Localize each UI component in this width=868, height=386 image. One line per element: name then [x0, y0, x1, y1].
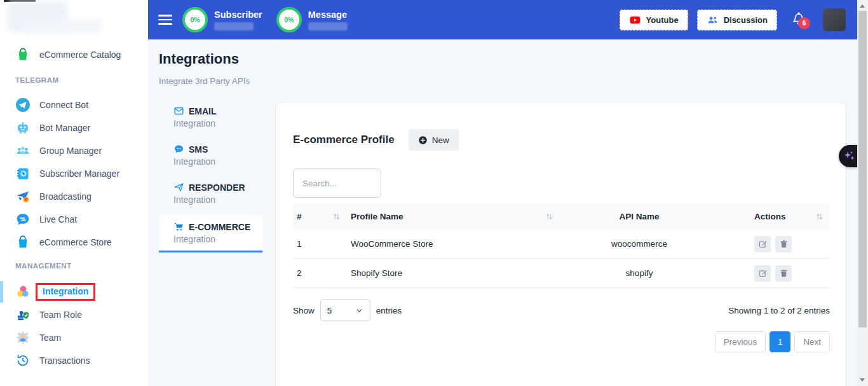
sidebar-item-integration[interactable]: Integration	[0, 280, 148, 303]
sort-icon[interactable]	[545, 212, 553, 221]
annotation-highlight-box: Integration	[36, 283, 95, 301]
table-header-row: # Profile Name API Name Actions	[293, 203, 830, 230]
sidebar-item-label: Team Role	[39, 310, 82, 320]
tab-title: RESPONDER	[189, 183, 245, 193]
tab-subtitle: Integration	[173, 234, 262, 244]
sidebar-item-label: Bot Manager	[39, 123, 90, 133]
sidebar-item-bot-manager[interactable]: Bot Manager	[0, 116, 148, 139]
vertical-scrollbar[interactable]	[857, 0, 868, 386]
sidebar-item-label: Group Manager	[39, 146, 102, 156]
row-number: 1	[293, 239, 347, 249]
tab-title: E-COMMERCE	[189, 222, 250, 232]
chevron-down-icon	[355, 307, 363, 315]
active-item-indicator	[0, 281, 3, 303]
sidebar-item-ecommerce-store[interactable]: eCommerce Store	[0, 231, 148, 254]
tab-ecommerce-integration[interactable]: E-COMMERCE Integration	[159, 215, 262, 252]
trash-icon	[779, 239, 789, 249]
column-header-num[interactable]: #	[297, 212, 302, 221]
chat-bubble-icon	[15, 212, 31, 227]
history-clock-icon	[15, 353, 31, 368]
shopping-cart-icon	[173, 221, 184, 232]
pagination: Previous 1 Next	[293, 331, 830, 352]
sidebar-item-connect-bot[interactable]: Connect Bot	[0, 93, 148, 116]
new-profile-button[interactable]: New	[409, 129, 459, 151]
tab-subtitle: Integration	[173, 156, 262, 167]
sidebar-item-label: Live Chat	[39, 214, 77, 224]
pagination-previous-button[interactable]: Previous	[715, 331, 766, 352]
column-header-profile-name[interactable]: Profile Name	[351, 212, 403, 221]
tab-title: EMAIL	[189, 106, 217, 116]
sidebar-item-label: Connect Bot	[39, 100, 88, 110]
table-summary: Showing 1 to 2 of 2 entries	[728, 306, 830, 315]
ecommerce-profile-card: E-commerce Profile New # Profile Name	[275, 102, 846, 386]
team-gear-icon	[15, 330, 31, 345]
telegram-plane-icon	[15, 97, 31, 113]
tab-subtitle: Integration	[173, 118, 262, 128]
sort-icon[interactable]	[815, 212, 824, 221]
user-avatar[interactable]	[823, 8, 846, 31]
sidebar-item-team[interactable]: Team	[0, 326, 148, 349]
table-row: 1 WooCommerce Store woocommerce	[293, 230, 830, 259]
group-people-icon	[15, 143, 31, 158]
show-label: Show	[293, 306, 315, 315]
menu-toggle-icon[interactable]	[158, 15, 172, 25]
plus-circle-icon	[418, 135, 428, 145]
users-icon	[707, 14, 719, 26]
top-navbar: 0% Subscriber 0% Message Youtube Discuss…	[148, 0, 857, 39]
robot-icon	[15, 120, 31, 135]
sidebar-item-live-chat[interactable]: Live Chat	[0, 208, 148, 231]
search-input[interactable]	[293, 169, 381, 198]
tab-email-integration[interactable]: EMAIL Integration	[159, 100, 262, 134]
page-title: Integrations	[159, 51, 239, 67]
youtube-icon	[629, 14, 641, 26]
scroll-down-arrow-icon[interactable]	[860, 378, 865, 382]
delete-button[interactable]	[775, 265, 792, 282]
scrollbar-thumb[interactable]	[858, 11, 867, 327]
edit-button[interactable]	[754, 236, 771, 252]
pagination-next-button[interactable]: Next	[794, 331, 830, 352]
sidebar-item-subscriber-manager[interactable]: Subscriber Manager	[0, 162, 148, 185]
sidebar-item-transactions[interactable]: Transactions	[0, 349, 148, 372]
column-header-actions[interactable]: Actions	[754, 212, 786, 221]
sidebar-item-ecommerce-catalog[interactable]: eCommerce Catalog	[0, 43, 148, 66]
message-progress-ring: 0%	[276, 7, 302, 32]
tab-subtitle: Integration	[173, 195, 262, 205]
api-name-cell: woocommerce	[560, 239, 719, 249]
discussion-button[interactable]: Discussion	[697, 10, 777, 31]
sidebar-item-broadcasting[interactable]: Broadcasting	[0, 185, 148, 208]
sidebar-item-team-role[interactable]: Team Role	[0, 303, 148, 326]
message-stat-label: Message	[308, 10, 348, 20]
palette-circles-icon	[15, 284, 31, 300]
notifications-button[interactable]: 6	[791, 11, 808, 28]
tab-responder-integration[interactable]: RESPONDER Integration	[159, 177, 262, 210]
role-shield-icon	[15, 307, 31, 322]
trash-icon	[779, 268, 789, 278]
sidebar-section-management: MANAGEMENT	[0, 259, 148, 272]
youtube-button-label: Youtube	[646, 15, 679, 25]
entries-label: entries	[376, 306, 402, 315]
delete-button[interactable]	[775, 236, 792, 252]
sidebar: eCommerce Catalog TELEGRAM Connect Bot B…	[0, 0, 148, 386]
paper-plane-icon	[173, 182, 184, 193]
tab-sms-integration[interactable]: SMS Integration	[159, 139, 262, 172]
scroll-up-arrow-icon[interactable]	[860, 4, 865, 8]
youtube-button[interactable]: Youtube	[620, 10, 688, 31]
ai-assistant-fab[interactable]	[839, 145, 857, 167]
broadcast-plane-icon	[15, 189, 31, 204]
profile-name-cell: WooCommerce Store	[347, 239, 560, 249]
row-number: 2	[293, 268, 347, 278]
edit-button[interactable]	[754, 265, 771, 282]
column-header-api-name[interactable]: API Name	[619, 212, 659, 221]
sidebar-item-group-manager[interactable]: Group Manager	[0, 139, 148, 162]
sparkles-icon	[840, 149, 857, 163]
subscriber-stat-label: Subscriber	[214, 10, 262, 20]
edit-pencil-icon	[758, 268, 768, 278]
entries-per-page-select[interactable]: 5	[320, 300, 370, 321]
card-heading: E-commerce Profile	[293, 134, 395, 146]
sms-bubble-icon	[173, 144, 184, 155]
entries-per-page-value: 5	[327, 306, 332, 315]
shopping-bag-icon	[15, 47, 31, 62]
pagination-page-1-button[interactable]: 1	[770, 331, 790, 352]
store-bag-icon	[15, 235, 31, 250]
sort-icon[interactable]	[332, 212, 341, 221]
